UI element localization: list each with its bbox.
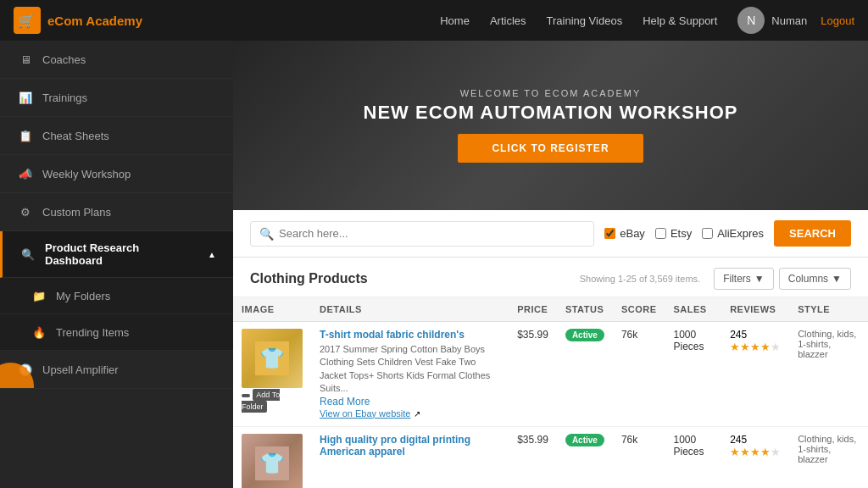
- product-image: 👕: [242, 329, 303, 388]
- sidebar-item-weekly-workshop[interactable]: 📣 Weekly Workshop: [0, 155, 233, 193]
- logo-text: eCom Academy: [47, 14, 142, 28]
- logout-link[interactable]: Logout: [821, 14, 854, 27]
- sidebar-item-my-folders[interactable]: 📁 My Folders: [0, 278, 233, 314]
- search-button[interactable]: SEARCH: [774, 220, 851, 247]
- ebay-filter[interactable]: eBay: [604, 227, 645, 240]
- sidebar-item-upsell-amplifier[interactable]: 🕐 Upsell Amplifier: [0, 351, 233, 389]
- avatar[interactable]: N: [737, 7, 765, 34]
- product-sales: 1000 Pieces: [665, 322, 722, 427]
- product-details-cell: High quality pro digital printing Americ…: [311, 426, 509, 488]
- aliexpress-filter[interactable]: AliExpres: [702, 227, 764, 240]
- weekly-workshop-icon: 📣: [17, 165, 34, 182]
- product-score: 76k: [613, 322, 665, 427]
- col-details: DETAILS: [311, 297, 509, 322]
- search-icon: 🔍: [259, 227, 274, 241]
- coaches-icon: 🖥: [17, 51, 34, 68]
- product-price: $35.99: [509, 322, 557, 427]
- sidebar-item-trainings[interactable]: 📊 Trainings: [0, 79, 233, 117]
- nav-articles[interactable]: Articles: [490, 14, 526, 27]
- status-badge: Active: [565, 329, 604, 341]
- columns-button[interactable]: Columns ▼: [779, 268, 851, 290]
- col-sales: SALES: [665, 297, 722, 322]
- product-score: 76k: [613, 426, 665, 488]
- columns-chevron-icon: ▼: [832, 273, 842, 285]
- product-meta: Showing 1-25 of 3,569 items.: [580, 274, 700, 284]
- ebay-link[interactable]: View on Ebay website: [320, 408, 410, 419]
- product-name[interactable]: T-shirt modal fabric children's: [320, 329, 500, 341]
- product-image: 👕: [242, 434, 303, 488]
- svg-text:👕: 👕: [259, 346, 285, 370]
- col-image: IMAGE: [233, 297, 311, 322]
- product-name[interactable]: High quality pro digital printing Americ…: [320, 434, 500, 458]
- products-section: Clothing Products Showing 1-25 of 3,569 …: [233, 258, 868, 488]
- sidebar-item-trending-items[interactable]: 🔥 Trending Items: [0, 314, 233, 351]
- aliexpress-checkbox[interactable]: [702, 228, 713, 239]
- ebay-checkbox[interactable]: [604, 228, 615, 239]
- search-input[interactable]: [279, 227, 585, 240]
- product-image-placeholder: 👕: [242, 434, 303, 488]
- logo-icon: 🛒: [14, 7, 41, 34]
- product-reviews-cell: 245 ★★★★★: [721, 322, 789, 427]
- nav-links: Home Articles Training Videos Help & Sup…: [440, 14, 717, 27]
- expand-icon: ▲: [208, 250, 216, 259]
- review-count: 245: [730, 434, 781, 446]
- logo[interactable]: 🛒 eCom Academy: [14, 7, 142, 34]
- sidebar-item-label: Upsell Amplifier: [42, 363, 119, 376]
- sub-item-label: Trending Items: [56, 326, 129, 339]
- main-content: WELCOME TO ECOM ACADEMY NEW ECOM AUTOMAT…: [233, 41, 868, 488]
- trending-icon: 🔥: [31, 324, 47, 341]
- star-rating: ★★★★★: [730, 341, 781, 353]
- columns-label: Columns: [788, 273, 828, 285]
- sidebar-item-product-research-dashboard[interactable]: 🔍 Product Research Dashboard ▲: [0, 231, 233, 278]
- product-header: Clothing Products Showing 1-25 of 3,569 …: [233, 258, 868, 297]
- hero-content: WELCOME TO ECOM ACADEMY NEW ECOM AUTOMAT…: [364, 88, 738, 163]
- sidebar: 🖥 Coaches 📊 Trainings 📋 Cheat Sheets 📣 W…: [0, 41, 233, 488]
- col-style: STYLE: [789, 297, 868, 322]
- section-title: Clothing Products: [250, 271, 580, 286]
- star-rating: ★★★★★: [730, 446, 781, 458]
- add-to-folder-label[interactable]: Add To Folder: [242, 389, 280, 413]
- table-row: 👕 Add To Folder T-shirt modal fabric chi…: [233, 322, 868, 427]
- product-image-cell: 👕 Add To Folder: [233, 322, 311, 427]
- product-reviews-cell: 245 ★★★★★: [721, 426, 789, 488]
- external-link-icon: ↗: [414, 409, 420, 419]
- product-status-cell: Active: [557, 426, 613, 488]
- table-header-row: IMAGE DETAILS PRICE STATUS SCORE SALES R…: [233, 297, 868, 322]
- read-more-link[interactable]: Read More: [320, 396, 370, 408]
- product-price: $35.99: [509, 426, 557, 488]
- product-table: IMAGE DETAILS PRICE STATUS SCORE SALES R…: [233, 297, 868, 488]
- nav-home[interactable]: Home: [440, 14, 470, 27]
- main-layout: 🖥 Coaches 📊 Trainings 📋 Cheat Sheets 📣 W…: [0, 41, 868, 488]
- sidebar-item-cheat-sheets[interactable]: 📋 Cheat Sheets: [0, 117, 233, 155]
- sidebar-item-coaches[interactable]: 🖥 Coaches: [0, 41, 233, 79]
- hero-subtitle: WELCOME TO ECOM ACADEMY: [364, 88, 738, 98]
- top-navigation: 🛒 eCom Academy Home Articles Training Vi…: [0, 0, 868, 41]
- filter-label: Filters: [723, 273, 751, 285]
- search-filters: eBay Etsy AliExpres: [604, 227, 764, 240]
- nav-help-support[interactable]: Help & Support: [643, 14, 717, 27]
- sidebar-item-label: Custom Plans: [42, 206, 111, 219]
- register-button[interactable]: CLICK TO REGISTER: [458, 134, 643, 163]
- sub-item-label: My Folders: [56, 290, 110, 302]
- nav-training-videos[interactable]: Training Videos: [547, 14, 623, 27]
- cheat-sheets-icon: 📋: [17, 127, 34, 144]
- svg-text:👕: 👕: [259, 451, 285, 475]
- username: Numan: [771, 14, 807, 27]
- filters-button[interactable]: Filters ▼: [714, 268, 774, 290]
- etsy-filter[interactable]: Etsy: [655, 227, 692, 240]
- sidebar-item-label: Weekly Workshop: [42, 168, 131, 180]
- product-research-icon: 🔍: [19, 246, 36, 263]
- col-price: PRICE: [509, 297, 557, 322]
- sidebar-item-custom-plans[interactable]: ⚙ Custom Plans: [0, 193, 233, 231]
- search-box[interactable]: 🔍: [250, 221, 594, 247]
- etsy-checkbox[interactable]: [655, 228, 666, 239]
- product-image-placeholder: 👕: [242, 329, 303, 388]
- filter-chevron-icon: ▼: [754, 273, 765, 285]
- add-to-folder-button[interactable]: [242, 394, 250, 397]
- search-bar: 🔍 eBay Etsy AliExpres SEARCH: [233, 210, 868, 258]
- product-description: 2017 Summer Spring Cotton Baby Boys Clot…: [320, 343, 500, 396]
- hero-title: NEW ECOM AUTOMATION WORKSHOP: [364, 102, 738, 124]
- sidebar-item-label: Product Research Dashboard: [45, 241, 199, 267]
- product-details-cell: T-shirt modal fabric children's 2017 Sum…: [311, 322, 509, 427]
- sub-items: 📁 My Folders 🔥 Trending Items: [0, 278, 233, 351]
